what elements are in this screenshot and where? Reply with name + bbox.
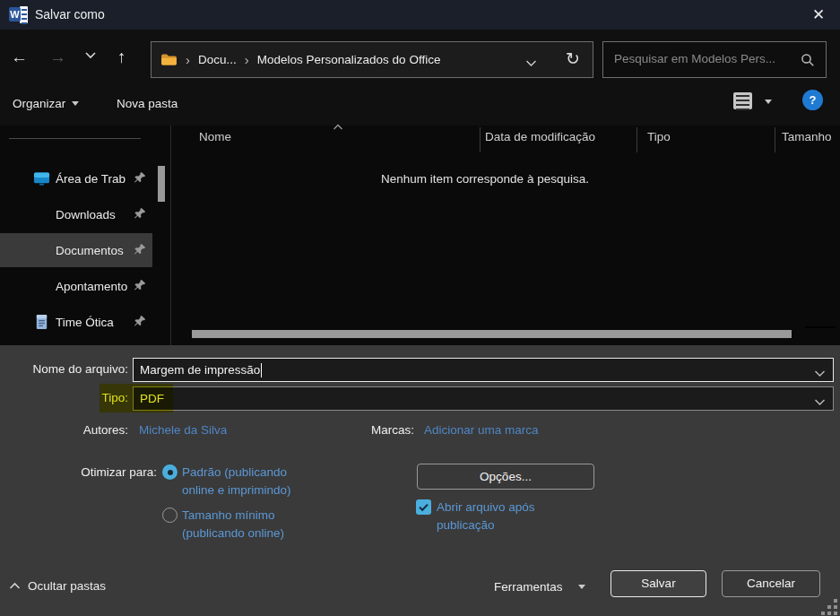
scrollbar-track-end — [805, 326, 836, 328]
chevron-right-icon: › — [186, 52, 190, 67]
sidebar-item-label: Área de Trab — [56, 172, 131, 186]
cancel-button[interactable]: Cancelar — [722, 570, 820, 597]
chevron-right-icon: › — [245, 52, 249, 67]
pin-icon — [134, 171, 146, 184]
forward-icon: → — [49, 48, 66, 67]
breadcrumb-segment[interactable]: Modelos Personalizados do Office — [257, 53, 441, 66]
filename-value: Margem de impressão — [140, 363, 260, 377]
folder-icon — [160, 53, 178, 66]
column-header-date[interactable]: Data de modificação — [485, 130, 595, 143]
sidebar-scrollbar[interactable] — [158, 166, 165, 202]
sidebar-item-label: Downloads — [56, 208, 131, 221]
chevron-down-icon[interactable] — [814, 367, 826, 380]
checkmark-icon — [416, 499, 431, 515]
open-after-checkbox[interactable] — [416, 499, 431, 515]
sort-ascending-icon — [333, 124, 343, 131]
filetype-label: Tipo: — [0, 391, 128, 404]
caret-down-icon — [578, 585, 585, 589]
recent-locations-icon[interactable] — [84, 45, 97, 65]
sidebar-item-documents[interactable]: Documentos — [0, 233, 152, 267]
organize-button[interactable]: Organizar — [13, 97, 79, 110]
pin-icon — [134, 279, 146, 291]
pin-icon — [134, 315, 146, 327]
column-separator[interactable] — [480, 127, 481, 152]
address-bar[interactable]: › Docu... › Modelos Personalizados do Of… — [151, 41, 593, 78]
sidebar-item-label: Documentos — [56, 244, 131, 257]
pane-divider — [170, 126, 171, 345]
address-dropdown-icon[interactable] — [525, 55, 537, 71]
word-icon: W — [9, 6, 28, 23]
chevron-up-icon — [9, 582, 21, 590]
column-separator[interactable] — [636, 127, 637, 152]
column-header-size[interactable]: Tamanho — [782, 130, 832, 143]
sidebar-item-label: Time Ótica — [56, 316, 131, 329]
filename-input[interactable]: Margem de impressão — [133, 358, 834, 382]
filetype-select[interactable]: PDF — [133, 386, 834, 411]
up-icon[interactable]: ↑ — [117, 48, 126, 67]
tree-divider — [9, 138, 141, 139]
hide-folders-label: Ocultar pastas — [28, 579, 106, 593]
sidebar-item-desktop[interactable]: Área de Trab — [0, 161, 152, 195]
close-icon[interactable]: ✕ — [808, 4, 829, 26]
organize-label: Organizar — [13, 97, 65, 110]
refresh-icon[interactable]: ↻ — [566, 48, 580, 68]
sidebar-item-downloads[interactable]: Downloads — [0, 197, 152, 231]
save-as-dialog: W Salvar como ✕ ← → ↑ › Docu... › Modelo… — [0, 0, 840, 616]
hide-folders-button[interactable]: Ocultar pastas — [9, 579, 106, 593]
horizontal-scrollbar[interactable] — [192, 330, 792, 338]
view-mode-caret-icon[interactable] — [765, 100, 772, 104]
search-placeholder: Pesquisar em Modelos Pers... — [614, 52, 775, 65]
authors-link[interactable]: Michele da Silva — [139, 423, 227, 437]
options-button[interactable]: Opções... — [417, 464, 594, 490]
add-tag-link[interactable]: Adicionar uma marca — [424, 423, 539, 437]
breadcrumb-segment[interactable]: Docu... — [198, 53, 237, 66]
radio-standard[interactable] — [162, 464, 178, 480]
authors-label: Autores: — [0, 423, 128, 437]
column-header-name[interactable]: Nome — [199, 130, 231, 143]
sidebar-item-label: Apontamento — [56, 280, 131, 293]
search-icon — [801, 53, 815, 67]
sidebar-item-time-otica[interactable]: Time Ótica — [0, 305, 152, 339]
resize-grip[interactable] — [821, 599, 837, 615]
view-mode-icon[interactable] — [733, 92, 752, 109]
caret-down-icon — [72, 101, 79, 106]
text-cursor — [261, 363, 262, 377]
empty-state-message: Nenhum item corresponde à pesquisa. — [171, 172, 799, 186]
filetype-value: PDF — [140, 392, 164, 405]
open-after-label[interactable]: Abrir arquivo após publicação — [437, 499, 555, 534]
window-title: Salvar como — [35, 7, 105, 22]
file-browser: Área de Trab Downloads Documentos — [0, 126, 840, 345]
command-bar: Organizar Nova pasta ? — [0, 85, 840, 126]
filename-label: Nome do arquivo: — [0, 362, 128, 376]
titlebar: W Salvar como ✕ — [0, 0, 840, 30]
tools-label: Ferramentas — [494, 580, 563, 594]
sidebar-item-apontamentos[interactable]: Apontamento — [0, 269, 152, 303]
optimize-label: Otimizar para: — [0, 465, 157, 479]
save-form: Nome do arquivo: Margem de impressão Tip… — [0, 345, 840, 616]
help-button[interactable]: ? — [802, 90, 823, 110]
desktop-icon — [33, 170, 50, 187]
column-separator[interactable] — [775, 127, 775, 152]
radio-minimum-size-label[interactable]: Tamanho mínimo (publicando online) — [182, 507, 312, 542]
radio-minimum-size[interactable] — [162, 508, 178, 523]
save-button[interactable]: Salvar — [611, 570, 706, 597]
chevron-down-icon[interactable] — [814, 395, 826, 409]
pin-icon — [134, 243, 146, 256]
search-box[interactable]: Pesquisar em Modelos Pers... — [602, 41, 827, 78]
column-header-type[interactable]: Tipo — [647, 130, 671, 143]
radio-standard-label[interactable]: Padrão (publicando online e imprimindo) — [182, 464, 318, 499]
pin-icon — [134, 207, 146, 220]
new-folder-button[interactable]: Nova pasta — [117, 97, 178, 110]
new-folder-label: Nova pasta — [117, 97, 178, 110]
back-icon[interactable]: ← — [11, 48, 28, 67]
tags-label: Marcas: — [341, 423, 414, 437]
tools-dropdown[interactable]: Ferramentas — [494, 580, 585, 594]
explorer-top: ← → ↑ › Docu... › Modelos Personalizados… — [0, 30, 840, 126]
